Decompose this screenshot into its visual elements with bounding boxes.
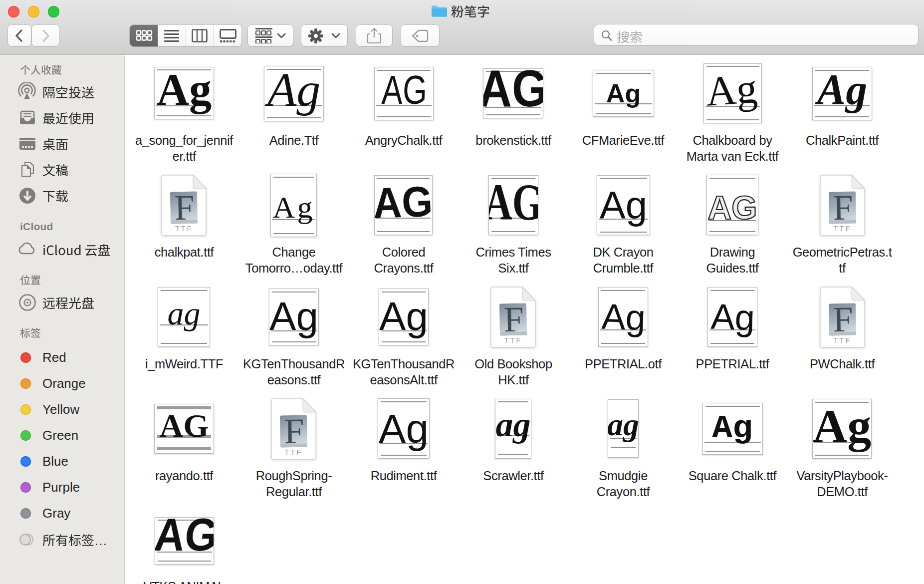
svg-text:TTF: TTF	[285, 448, 303, 456]
svg-text:F: F	[833, 188, 853, 228]
svg-text:TTF: TTF	[504, 336, 522, 344]
svg-text:F: F	[174, 188, 195, 228]
svg-text:AG: AG	[381, 67, 428, 112]
svg-text:ag: ag	[608, 407, 638, 442]
svg-text:Ag: Ag	[600, 183, 647, 227]
svg-text:Ag: Ag	[379, 406, 429, 451]
svg-text:Ag: Ag	[157, 67, 212, 114]
svg-text:AG: AG	[160, 407, 209, 444]
svg-text:AG: AG	[375, 177, 432, 228]
svg-text:Ag: Ag	[815, 67, 867, 113]
svg-text:AG: AG	[483, 69, 543, 117]
svg-text:F: F	[833, 299, 853, 340]
svg-text:AG: AG	[489, 176, 538, 231]
svg-text:AG: AG	[155, 518, 214, 561]
svg-text:Ag: Ag	[813, 399, 871, 453]
svg-text:Ag: Ag	[379, 294, 428, 338]
svg-text:F: F	[284, 411, 304, 452]
svg-text:TTF: TTF	[834, 336, 852, 344]
svg-text:TTF: TTF	[834, 225, 852, 233]
svg-text:AG: AG	[708, 189, 757, 226]
svg-text:Ag: Ag	[710, 296, 755, 338]
svg-text:Ag: Ag	[712, 411, 753, 447]
svg-text:ag: ag	[168, 295, 201, 331]
svg-text:F: F	[503, 299, 524, 340]
svg-text:Ag: Ag	[704, 65, 759, 115]
svg-text:ag: ag	[496, 405, 531, 444]
svg-text:Ag: Ag	[273, 190, 315, 224]
svg-text:Ag: Ag	[601, 296, 646, 338]
svg-text:TTF: TTF	[175, 225, 193, 233]
svg-text:Ag: Ag	[269, 294, 318, 338]
svg-text:Ag: Ag	[606, 79, 641, 108]
svg-text:Ag: Ag	[264, 66, 320, 116]
